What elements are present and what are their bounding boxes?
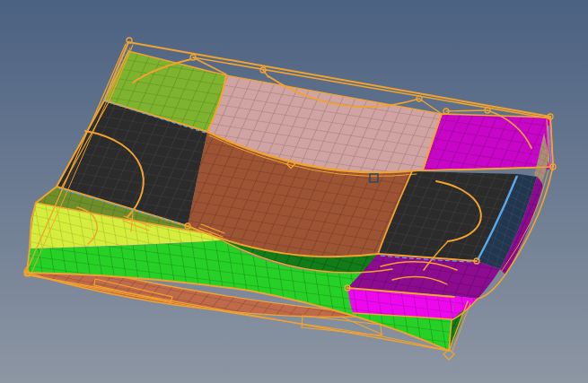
cad-3d-viewport[interactable] — [0, 0, 588, 383]
viewport-canvas[interactable] — [0, 0, 588, 383]
surface-top-right-magenta[interactable] — [423, 114, 553, 170]
